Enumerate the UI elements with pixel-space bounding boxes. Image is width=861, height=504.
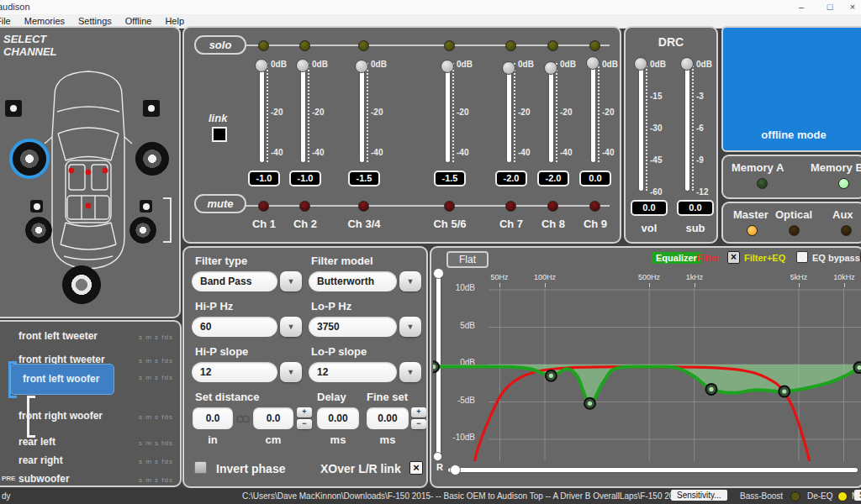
menu-help[interactable]: Help: [157, 16, 192, 26]
eq-horizontal-slider-track[interactable]: [448, 468, 858, 472]
fader-value-3[interactable]: -1.5: [348, 171, 380, 186]
drc-vol-thumb[interactable]: [634, 57, 647, 71]
fader-value-4[interactable]: -1.5: [434, 171, 466, 186]
de-eq-label[interactable]: De-EQ: [807, 491, 833, 501]
eq-vertical-slider-thumb[interactable]: [433, 268, 444, 279]
distance-decrement-button[interactable]: −: [297, 419, 312, 429]
menu-memories[interactable]: Memories: [17, 16, 72, 26]
mute-button[interactable]: mute: [194, 194, 246, 213]
front-left-tweeter-icon[interactable]: [5, 100, 22, 117]
eq-bypass-checkbox[interactable]: [796, 251, 808, 263]
drc-vol-track[interactable]: [639, 63, 643, 191]
link-checkbox[interactable]: [212, 127, 227, 142]
lop-slope-dropdown[interactable]: 12 ▼: [309, 362, 421, 382]
filter-type-dropdown-arrow-icon[interactable]: ▼: [280, 271, 302, 291]
lop-hz-dropdown-arrow-icon[interactable]: ▼: [399, 317, 421, 337]
distance-in-input[interactable]: 0.0: [193, 407, 233, 429]
lop-slope-dropdown-arrow-icon[interactable]: ▼: [399, 362, 421, 382]
hip-hz-dropdown-arrow-icon[interactable]: ▼: [280, 317, 302, 337]
rear-right-tweeter-icon[interactable]: [140, 200, 152, 213]
minimize-button[interactable]: –: [787, 0, 816, 14]
solo-led-5[interactable]: [505, 40, 516, 51]
lop-hz-dropdown[interactable]: 3750 ▼: [309, 317, 421, 337]
fader-thumb-1[interactable]: [255, 59, 268, 72]
fader-track-7[interactable]: [591, 63, 595, 162]
fader-track-5[interactable]: [507, 63, 511, 162]
rear-left-tweeter-icon[interactable]: [30, 200, 43, 213]
mute-led-6[interactable]: [547, 201, 558, 212]
source-master-button[interactable]: Master: [733, 208, 769, 221]
fader-thumb-6[interactable]: [544, 61, 557, 75]
drc-sub-value[interactable]: 0.0: [677, 200, 714, 216]
solo-led-7[interactable]: [589, 40, 600, 51]
channel-list-item-7[interactable]: PREsubwoofers m s fds: [0, 470, 180, 488]
channel-list-item-4[interactable]: front right woofers m s fds: [0, 407, 180, 425]
solo-led-4[interactable]: [444, 40, 455, 51]
memory-a-button[interactable]: Memory A: [732, 161, 784, 174]
mode-value-box[interactable]: S: [854, 490, 861, 501]
drc-vol-value[interactable]: 0.0: [631, 200, 668, 216]
xover-lr-link-checkbox[interactable]: ×: [409, 461, 423, 475]
mute-led-1[interactable]: [258, 201, 269, 212]
solo-led-2[interactable]: [299, 40, 310, 51]
menu-offline[interactable]: Offline: [118, 16, 160, 26]
channel-list-item-3[interactable]: front left woofer: [10, 364, 114, 395]
eq-horizontal-slider-thumb[interactable]: [450, 465, 461, 475]
channel-list-item-6[interactable]: rear rights m s fds: [0, 451, 180, 470]
drc-sub-thumb[interactable]: [680, 57, 694, 71]
solo-led-3[interactable]: [358, 40, 369, 51]
mute-led-3[interactable]: [358, 201, 369, 212]
distance-cm-input[interactable]: 0.0: [253, 407, 293, 429]
source-aux-button[interactable]: Aux: [832, 208, 853, 221]
eq-plot[interactable]: [433, 288, 861, 461]
fader-track-3[interactable]: [360, 63, 364, 162]
solo-led-1[interactable]: [258, 40, 269, 51]
source-optical-button[interactable]: Optical: [775, 208, 812, 221]
fader-value-5[interactable]: -2.0: [495, 171, 527, 186]
fader-value-2[interactable]: -1.0: [289, 171, 321, 186]
front-left-woofer-icon-selected[interactable]: [13, 142, 46, 176]
menu-file[interactable]: File: [0, 16, 18, 26]
fader-value-1[interactable]: -1.0: [248, 171, 280, 186]
solo-led-6[interactable]: [547, 40, 558, 51]
fader-value-7[interactable]: 0.0: [579, 171, 611, 186]
menu-settings[interactable]: Settings: [71, 16, 119, 26]
memory-b-button[interactable]: Memory B: [811, 161, 861, 174]
rear-right-woofer-icon[interactable]: [129, 217, 156, 244]
filter-eq-checkbox[interactable]: ×: [727, 251, 740, 264]
sensitivity-button[interactable]: Sensitivity...: [671, 490, 727, 501]
delay-input[interactable]: 0.00: [317, 407, 359, 429]
fader-value-6[interactable]: -2.0: [537, 171, 569, 186]
maximize-button[interactable]: □: [816, 0, 844, 14]
bass-boost-label[interactable]: Bass-Boost: [740, 491, 783, 501]
drc-sub-track[interactable]: [685, 63, 689, 191]
fader-track-1[interactable]: [260, 63, 264, 162]
fine-set-input[interactable]: 0.00: [367, 407, 409, 429]
rear-left-woofer-icon[interactable]: [25, 217, 52, 244]
filter-type-dropdown[interactable]: Band Pass ▼: [192, 271, 302, 291]
fader-track-2[interactable]: [301, 63, 305, 162]
distance-increment-button[interactable]: +: [297, 407, 312, 417]
close-button[interactable]: ×: [844, 0, 861, 14]
flat-button[interactable]: Flat: [446, 251, 489, 268]
invert-phase-checkbox[interactable]: [194, 461, 207, 474]
hip-slope-dropdown-arrow-icon[interactable]: ▼: [280, 362, 302, 382]
channel-list-item-5[interactable]: rear lefts m s fds: [0, 433, 180, 451]
front-right-tweeter-icon[interactable]: [143, 100, 160, 117]
hip-hz-dropdown[interactable]: 60 ▼: [192, 317, 302, 337]
solo-button[interactable]: solo: [194, 35, 246, 55]
front-right-woofer-icon[interactable]: [135, 142, 169, 176]
fader-track-6[interactable]: [549, 63, 553, 162]
fader-thumb-5[interactable]: [502, 61, 515, 75]
fader-track-4[interactable]: [446, 63, 450, 162]
mute-led-7[interactable]: [589, 201, 600, 212]
channel-list-item-1[interactable]: front left tweeters m s fds: [0, 327, 180, 345]
hip-slope-dropdown[interactable]: 12 ▼: [192, 362, 302, 382]
fader-thumb-2[interactable]: [296, 59, 309, 72]
fine-increment-button[interactable]: +: [411, 407, 426, 417]
subwoofer-icon[interactable]: [62, 265, 101, 304]
filter-model-dropdown-arrow-icon[interactable]: ▼: [399, 271, 421, 291]
fine-decrement-button[interactable]: −: [411, 419, 426, 429]
filter-model-dropdown[interactable]: Butterworth ▼: [309, 271, 421, 291]
mute-led-5[interactable]: [505, 201, 516, 212]
